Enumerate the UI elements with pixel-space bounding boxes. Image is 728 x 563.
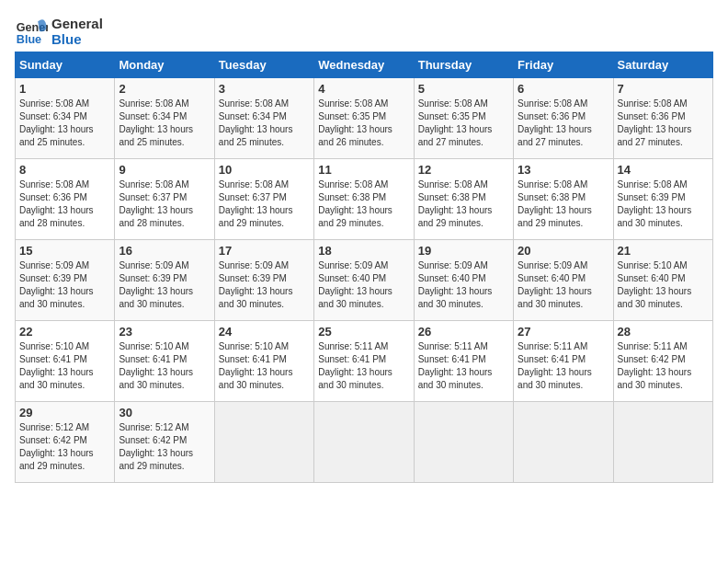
calendar-cell [214, 402, 313, 483]
day-info: Sunrise: 5:10 AMSunset: 6:41 PMDaylight:… [219, 340, 310, 392]
day-number: 26 [418, 325, 509, 339]
calendar-cell: 22Sunrise: 5:10 AMSunset: 6:41 PMDayligh… [16, 321, 115, 402]
calendar-cell: 27Sunrise: 5:11 AMSunset: 6:41 PMDayligh… [514, 321, 613, 402]
calendar-cell: 12Sunrise: 5:08 AMSunset: 6:38 PMDayligh… [414, 159, 513, 240]
day-info: Sunrise: 5:08 AMSunset: 6:34 PMDaylight:… [219, 98, 310, 149]
weekday-header: Friday [514, 52, 613, 78]
day-info: Sunrise: 5:11 AMSunset: 6:41 PMDaylight:… [518, 340, 609, 392]
calendar-cell: 1Sunrise: 5:08 AMSunset: 6:34 PMDaylight… [16, 78, 115, 159]
day-number: 17 [219, 244, 310, 258]
day-number: 25 [318, 325, 409, 339]
day-number: 2 [119, 82, 210, 96]
day-info: Sunrise: 5:08 AMSunset: 6:39 PMDaylight:… [618, 178, 709, 230]
calendar-cell: 28Sunrise: 5:11 AMSunset: 6:42 PMDayligh… [613, 321, 712, 402]
calendar-cell [613, 402, 712, 483]
calendar-cell: 18Sunrise: 5:09 AMSunset: 6:40 PMDayligh… [314, 240, 414, 321]
page-header: General Blue General Blue [15, 15, 713, 48]
day-info: Sunrise: 5:11 AMSunset: 6:41 PMDaylight:… [318, 340, 409, 392]
day-number: 18 [318, 244, 409, 258]
day-number: 21 [618, 244, 709, 258]
calendar-cell: 17Sunrise: 5:09 AMSunset: 6:39 PMDayligh… [214, 240, 313, 321]
day-number: 3 [219, 82, 310, 96]
logo-line2: Blue [51, 31, 103, 47]
day-number: 23 [119, 325, 210, 339]
day-number: 1 [19, 82, 110, 96]
calendar-cell: 5Sunrise: 5:08 AMSunset: 6:35 PMDaylight… [414, 78, 513, 159]
calendar-cell: 2Sunrise: 5:08 AMSunset: 6:34 PMDaylight… [115, 78, 214, 159]
day-info: Sunrise: 5:12 AMSunset: 6:42 PMDaylight:… [19, 421, 110, 473]
day-number: 12 [418, 163, 509, 177]
day-info: Sunrise: 5:08 AMSunset: 6:35 PMDaylight:… [418, 98, 509, 149]
calendar-cell [314, 402, 414, 483]
day-info: Sunrise: 5:10 AMSunset: 6:40 PMDaylight:… [618, 259, 709, 311]
day-number: 24 [219, 325, 310, 339]
calendar-table: SundayMondayTuesdayWednesdayThursdayFrid… [15, 52, 713, 483]
day-number: 22 [19, 325, 110, 339]
day-info: Sunrise: 5:09 AMSunset: 6:39 PMDaylight:… [219, 259, 310, 311]
calendar-cell: 23Sunrise: 5:10 AMSunset: 6:41 PMDayligh… [115, 321, 214, 402]
day-number: 16 [119, 244, 210, 258]
day-info: Sunrise: 5:08 AMSunset: 6:34 PMDaylight:… [119, 98, 210, 149]
day-info: Sunrise: 5:08 AMSunset: 6:38 PMDaylight:… [518, 178, 609, 230]
day-info: Sunrise: 5:09 AMSunset: 6:40 PMDaylight:… [318, 259, 409, 311]
calendar-cell: 7Sunrise: 5:08 AMSunset: 6:36 PMDaylight… [613, 78, 712, 159]
weekday-header: Tuesday [214, 52, 313, 78]
day-info: Sunrise: 5:08 AMSunset: 6:35 PMDaylight:… [318, 98, 409, 149]
calendar-cell: 3Sunrise: 5:08 AMSunset: 6:34 PMDaylight… [214, 78, 313, 159]
calendar-cell: 13Sunrise: 5:08 AMSunset: 6:38 PMDayligh… [514, 159, 613, 240]
day-info: Sunrise: 5:08 AMSunset: 6:38 PMDaylight:… [318, 178, 409, 230]
calendar-cell: 8Sunrise: 5:08 AMSunset: 6:36 PMDaylight… [16, 159, 115, 240]
logo: General Blue General Blue [15, 15, 103, 48]
calendar-cell [414, 402, 513, 483]
day-number: 27 [518, 325, 609, 339]
calendar-cell: 30Sunrise: 5:12 AMSunset: 6:42 PMDayligh… [115, 402, 214, 483]
day-number: 29 [19, 406, 110, 419]
weekday-header: Monday [115, 52, 214, 78]
weekday-header: Wednesday [314, 52, 414, 78]
day-info: Sunrise: 5:09 AMSunset: 6:40 PMDaylight:… [518, 259, 609, 311]
calendar-cell: 14Sunrise: 5:08 AMSunset: 6:39 PMDayligh… [613, 159, 712, 240]
calendar-cell [514, 402, 613, 483]
calendar-cell: 6Sunrise: 5:08 AMSunset: 6:36 PMDaylight… [514, 78, 613, 159]
calendar-cell: 15Sunrise: 5:09 AMSunset: 6:39 PMDayligh… [16, 240, 115, 321]
calendar-cell: 19Sunrise: 5:09 AMSunset: 6:40 PMDayligh… [414, 240, 513, 321]
day-info: Sunrise: 5:08 AMSunset: 6:36 PMDaylight:… [618, 98, 709, 149]
calendar-cell: 25Sunrise: 5:11 AMSunset: 6:41 PMDayligh… [314, 321, 414, 402]
day-info: Sunrise: 5:08 AMSunset: 6:36 PMDaylight:… [518, 98, 609, 149]
day-info: Sunrise: 5:09 AMSunset: 6:39 PMDaylight:… [119, 259, 210, 311]
day-info: Sunrise: 5:11 AMSunset: 6:42 PMDaylight:… [618, 340, 709, 392]
calendar-cell: 9Sunrise: 5:08 AMSunset: 6:37 PMDaylight… [115, 159, 214, 240]
calendar-cell: 29Sunrise: 5:12 AMSunset: 6:42 PMDayligh… [16, 402, 115, 483]
calendar-cell: 20Sunrise: 5:09 AMSunset: 6:40 PMDayligh… [514, 240, 613, 321]
day-number: 19 [418, 244, 509, 258]
day-info: Sunrise: 5:11 AMSunset: 6:41 PMDaylight:… [418, 340, 509, 392]
day-info: Sunrise: 5:09 AMSunset: 6:39 PMDaylight:… [19, 259, 110, 311]
day-number: 15 [19, 244, 110, 258]
day-number: 20 [518, 244, 609, 258]
calendar-cell: 24Sunrise: 5:10 AMSunset: 6:41 PMDayligh… [214, 321, 313, 402]
calendar-cell: 26Sunrise: 5:11 AMSunset: 6:41 PMDayligh… [414, 321, 513, 402]
day-number: 11 [318, 163, 409, 177]
day-info: Sunrise: 5:08 AMSunset: 6:38 PMDaylight:… [418, 178, 509, 230]
day-number: 13 [518, 163, 609, 177]
day-number: 30 [119, 406, 210, 419]
day-info: Sunrise: 5:08 AMSunset: 6:37 PMDaylight:… [219, 178, 310, 230]
day-info: Sunrise: 5:08 AMSunset: 6:34 PMDaylight:… [19, 98, 110, 149]
day-number: 9 [119, 163, 210, 177]
day-number: 10 [219, 163, 310, 177]
day-info: Sunrise: 5:10 AMSunset: 6:41 PMDaylight:… [19, 340, 110, 392]
day-number: 7 [618, 82, 709, 96]
day-number: 5 [418, 82, 509, 96]
weekday-header: Thursday [414, 52, 513, 78]
calendar-cell: 4Sunrise: 5:08 AMSunset: 6:35 PMDaylight… [314, 78, 414, 159]
day-info: Sunrise: 5:12 AMSunset: 6:42 PMDaylight:… [119, 421, 210, 473]
logo-icon: General Blue [15, 15, 48, 48]
logo-line1: General [51, 16, 103, 31]
day-number: 8 [19, 163, 110, 177]
weekday-header: Sunday [16, 52, 115, 78]
day-number: 28 [618, 325, 709, 339]
day-info: Sunrise: 5:10 AMSunset: 6:41 PMDaylight:… [119, 340, 210, 392]
day-number: 14 [618, 163, 709, 177]
calendar-cell: 16Sunrise: 5:09 AMSunset: 6:39 PMDayligh… [115, 240, 214, 321]
day-number: 4 [318, 82, 409, 96]
